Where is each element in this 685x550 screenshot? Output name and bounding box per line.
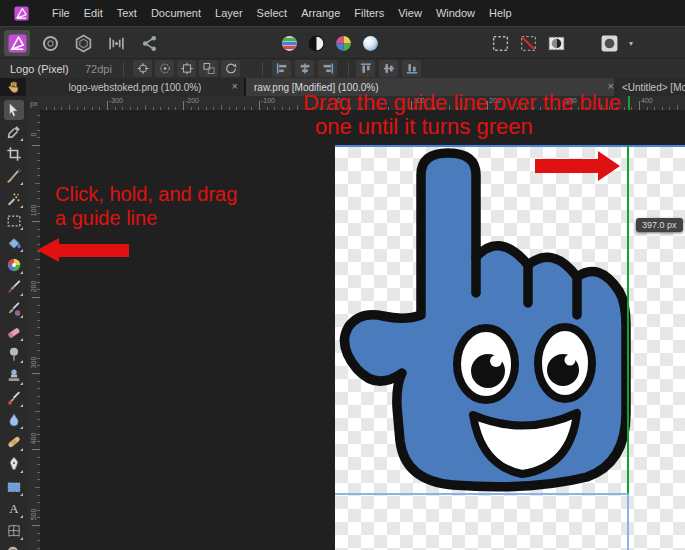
mesh-icon — [6, 523, 22, 539]
auto-levels-button[interactable] — [276, 30, 302, 56]
ruler-tick — [259, 101, 260, 110]
flood-fill-tool-button[interactable] — [4, 233, 24, 253]
liquify-icon — [41, 34, 60, 53]
menu-select[interactable]: Select — [250, 5, 295, 21]
align-bottom-icon — [405, 62, 419, 75]
paint-brush-tool-button[interactable] — [4, 277, 24, 297]
marquee-tool-button[interactable] — [4, 211, 24, 231]
move-icon — [6, 102, 22, 118]
tools-panel: A — [0, 96, 29, 550]
menu-view[interactable]: View — [391, 5, 429, 21]
eraser-icon — [6, 324, 22, 340]
gradient-tool-button[interactable] — [4, 255, 24, 275]
separate-icon — [202, 62, 216, 75]
auto-white-balance-button[interactable] — [357, 30, 383, 56]
horizontal-guide-blue[interactable] — [335, 493, 628, 495]
blur-tool-button[interactable] — [4, 410, 24, 430]
dodge-icon — [6, 346, 22, 362]
menu-window[interactable]: Window — [429, 5, 482, 21]
vertical-guide-blue-segment[interactable] — [627, 494, 629, 550]
text-tool-button[interactable]: A — [4, 499, 24, 519]
auto-contrast-button[interactable] — [303, 30, 329, 56]
toggle-quick-mask-button[interactable] — [543, 30, 569, 56]
marquee-icon — [6, 213, 22, 229]
view-tool-button[interactable] — [3, 79, 24, 95]
transform-separately-button[interactable] — [199, 60, 218, 77]
menu-arrange[interactable]: Arrange — [294, 5, 347, 21]
document-type-label: Logo (Pixel) — [10, 63, 69, 75]
toggle-marquee-button[interactable] — [487, 30, 513, 56]
menu-help[interactable]: Help — [482, 5, 519, 21]
align-center-icon — [298, 62, 312, 75]
menu-text[interactable]: Text — [110, 5, 144, 21]
smudge-tool-button[interactable] — [4, 388, 24, 408]
liquify-persona-button[interactable] — [37, 30, 63, 56]
align-top-button[interactable] — [356, 60, 375, 77]
export-persona-button[interactable] — [136, 30, 162, 56]
auto-adjustment-group — [276, 30, 383, 56]
assistant-button[interactable] — [596, 30, 622, 56]
healing-patch-tool-button[interactable] — [4, 432, 24, 452]
erase-brush-tool-button[interactable] — [4, 322, 24, 342]
menu-filters[interactable]: Filters — [347, 5, 391, 21]
crop-icon — [6, 146, 22, 162]
develop-persona-button[interactable] — [70, 30, 96, 56]
align-bottom-button[interactable] — [402, 60, 421, 77]
menu-edit[interactable]: Edit — [77, 5, 110, 21]
ruler-label: -100 — [261, 97, 275, 104]
document-tab-3[interactable]: <Untitled> [Mo — [614, 78, 685, 96]
move-tool-button[interactable] — [4, 100, 24, 120]
smudge-icon — [6, 390, 22, 406]
align-middle-button[interactable] — [379, 60, 398, 77]
pen-icon — [6, 456, 22, 472]
show-rotation-centre-button[interactable] — [221, 60, 240, 77]
rectangle-tool-button[interactable] — [4, 477, 24, 497]
annotation-top-line1: Drag the guide line over the blue — [303, 91, 621, 115]
ruler-label: -200 — [185, 97, 199, 104]
document-tab-1[interactable]: logo-webstoked.png (100.0%)× — [26, 78, 245, 96]
tone-mapping-persona-button[interactable] — [103, 30, 129, 56]
ruler-tick — [32, 145, 40, 146]
wheel-icon — [6, 257, 22, 273]
brush2-icon — [6, 301, 22, 317]
align-right-button[interactable] — [318, 60, 337, 77]
align-center-button[interactable] — [295, 60, 314, 77]
document-top-edge-guide[interactable] — [335, 145, 685, 147]
menu-document[interactable]: Document — [144, 5, 208, 21]
move-anchors-button[interactable] — [177, 60, 196, 77]
transform-options-group — [133, 60, 240, 77]
tab-close-icon[interactable]: × — [232, 80, 238, 92]
view-toggle-group — [487, 30, 569, 56]
dodge-brush-tool-button[interactable] — [4, 344, 24, 364]
align-right-icon — [321, 62, 335, 75]
mesh-warp-tool-button[interactable] — [4, 521, 24, 541]
colour-replacement-tool-button[interactable] — [4, 299, 24, 319]
crop-tool-button[interactable] — [4, 144, 24, 164]
transform-origin-button[interactable] — [133, 60, 152, 77]
menu-file[interactable]: File — [45, 5, 77, 21]
anchors-icon — [180, 62, 194, 75]
assistant-dropdown[interactable]: ▾ — [624, 30, 638, 56]
flood-select-tool-button[interactable] — [4, 189, 24, 209]
clone-stamp-tool-button[interactable] — [4, 366, 24, 386]
persona-group — [4, 30, 162, 56]
photo-persona-button[interactable] — [4, 30, 30, 56]
vertical-guide-green[interactable] — [627, 145, 629, 494]
selection-brush-tool-button[interactable] — [4, 166, 24, 186]
menu-layer[interactable]: Layer — [208, 5, 250, 21]
drop-icon — [6, 412, 22, 428]
align-left-button[interactable] — [272, 60, 291, 77]
pen-tool-button[interactable] — [4, 454, 24, 474]
auto-colour-button[interactable] — [330, 30, 356, 56]
toggle-snapping-button[interactable] — [515, 30, 541, 56]
app-icon — [14, 6, 29, 21]
colour-picker-tool-button[interactable] — [4, 122, 24, 142]
text-icon: A — [6, 501, 22, 517]
separator — [262, 62, 263, 76]
zoom-tool-button[interactable] — [4, 543, 24, 550]
arrow-left-icon — [37, 238, 59, 262]
cycle-selection-box-button[interactable] — [155, 60, 174, 77]
marquee-dashed-icon — [491, 34, 510, 53]
ruler-tick — [32, 221, 40, 222]
annotation-left: Click, hold, and drag a guide line — [55, 182, 237, 230]
